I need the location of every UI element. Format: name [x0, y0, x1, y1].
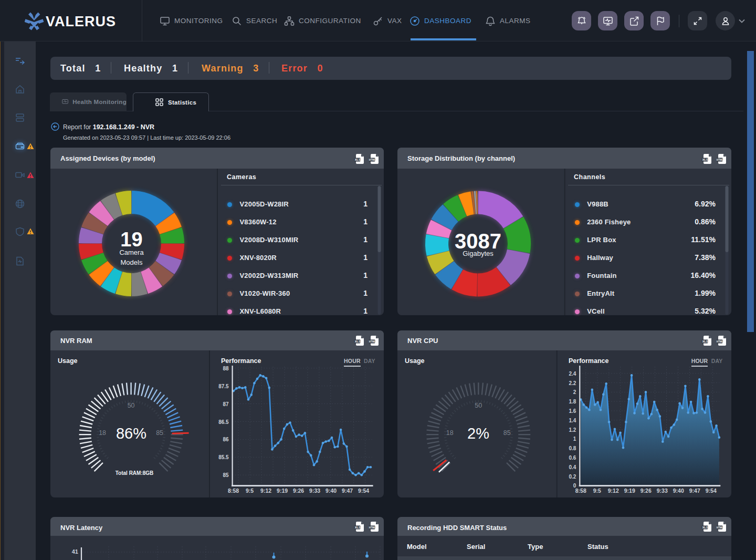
svg-text:HTML: HTML: [717, 159, 723, 161]
svg-text:9:19: 9:19: [624, 488, 635, 494]
svg-text:2.4: 2.4: [569, 371, 576, 377]
svg-text:9:33: 9:33: [657, 488, 668, 494]
svg-text:9:40: 9:40: [673, 488, 684, 494]
svg-text:1.4: 1.4: [569, 418, 576, 423]
svg-text:XLS: XLS: [702, 526, 708, 529]
svg-text:9:54: 9:54: [706, 488, 717, 494]
svg-text:9:5: 9:5: [593, 488, 601, 494]
svg-text:41: 41: [72, 548, 78, 555]
svg-text:9:26: 9:26: [640, 488, 652, 494]
svg-text:XLS: XLS: [355, 340, 361, 343]
svg-text:0.4: 0.4: [569, 464, 576, 470]
svg-text:86: 86: [223, 437, 229, 442]
svg-text:9:47: 9:47: [689, 488, 700, 494]
svg-text:HTML: HTML: [717, 340, 723, 343]
svg-text:9:47: 9:47: [342, 488, 353, 494]
svg-text:HTML: HTML: [369, 526, 376, 529]
svg-text:0.2: 0.2: [569, 474, 576, 480]
svg-text:0.8: 0.8: [569, 445, 576, 451]
svg-text:88: 88: [223, 366, 229, 371]
svg-text:50: 50: [475, 402, 482, 409]
svg-text:9:54: 9:54: [358, 488, 369, 494]
svg-text:1.8: 1.8: [569, 399, 576, 405]
svg-text:XLS: XLS: [702, 158, 708, 161]
svg-text:1: 1: [573, 436, 576, 442]
svg-text:HTML: HTML: [717, 526, 723, 529]
svg-text:1.2: 1.2: [569, 427, 576, 433]
svg-text:85: 85: [223, 472, 229, 478]
svg-text:9:19: 9:19: [277, 488, 288, 494]
svg-text:XLS: XLS: [702, 340, 708, 343]
svg-text:87.5: 87.5: [218, 383, 229, 389]
svg-text:9:5: 9:5: [246, 488, 254, 494]
svg-text:85.5: 85.5: [218, 454, 229, 460]
svg-text:HTML: HTML: [369, 340, 376, 343]
svg-text:XLS: XLS: [355, 158, 361, 161]
svg-text:0.6: 0.6: [569, 455, 576, 461]
svg-text:9:33: 9:33: [309, 488, 320, 494]
svg-text:9:26: 9:26: [293, 488, 304, 494]
svg-text:9:12: 9:12: [608, 488, 619, 494]
svg-text:86.5: 86.5: [218, 419, 229, 425]
svg-text:2.2: 2.2: [569, 380, 576, 386]
svg-text:1.6: 1.6: [569, 408, 576, 414]
svg-text:9:40: 9:40: [326, 488, 337, 494]
svg-text:HTML: HTML: [369, 159, 376, 161]
svg-text:XLS: XLS: [355, 526, 361, 529]
svg-text:8:58: 8:58: [228, 488, 239, 494]
svg-text:9:12: 9:12: [260, 488, 271, 494]
svg-text:2: 2: [573, 389, 576, 395]
svg-text:87: 87: [223, 401, 229, 407]
svg-text:50: 50: [128, 402, 135, 409]
svg-text:8:58: 8:58: [575, 488, 586, 494]
